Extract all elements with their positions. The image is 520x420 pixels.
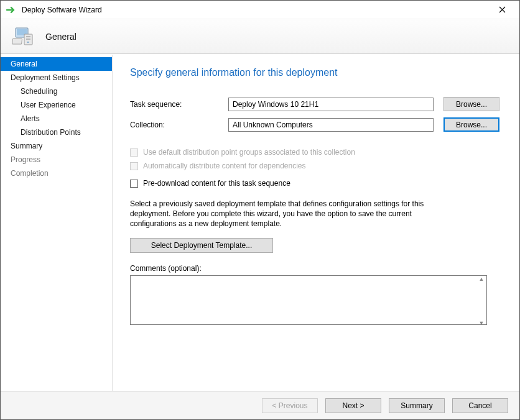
checkbox-icon bbox=[130, 162, 138, 170]
window-title: Deploy Software Wizard bbox=[22, 6, 490, 14]
sidebar-item-distribution-points[interactable]: Distribution Points bbox=[1, 126, 112, 139]
sidebar-item-general[interactable]: General bbox=[1, 57, 112, 71]
arrow-right-icon bbox=[6, 4, 17, 16]
checkbox-icon bbox=[130, 180, 138, 188]
cb-auto-distribute: Automatically distribute content for dep… bbox=[130, 162, 502, 170]
collection-row: Collection: Browse... bbox=[130, 117, 502, 132]
sidebar-item-progress[interactable]: Progress bbox=[1, 153, 112, 167]
collection-label: Collection: bbox=[130, 121, 228, 129]
collection-field[interactable] bbox=[228, 118, 434, 132]
sidebar-item-alerts[interactable]: Alerts bbox=[1, 112, 112, 126]
close-button[interactable] bbox=[490, 1, 514, 19]
task-sequence-label: Task sequence: bbox=[130, 100, 228, 109]
cb-predownload-label: Pre-download content for this task seque… bbox=[143, 179, 290, 188]
header-title: General bbox=[45, 32, 77, 42]
select-template-button[interactable]: Select Deployment Template... bbox=[130, 238, 273, 253]
svg-rect-6 bbox=[12, 39, 22, 44]
sidebar-item-summary[interactable]: Summary bbox=[1, 139, 112, 153]
sidebar-item-scheduling[interactable]: Scheduling bbox=[1, 84, 112, 98]
task-sequence-field[interactable] bbox=[228, 98, 434, 111]
task-sequence-row: Task sequence: Browse... bbox=[130, 97, 502, 111]
collection-browse-button[interactable]: Browse... bbox=[443, 117, 499, 132]
svg-point-5 bbox=[27, 41, 29, 43]
template-description: Select a previously saved deployment tem… bbox=[130, 199, 453, 229]
cb-default-dist-groups: Use default distribution point groups as… bbox=[130, 148, 502, 157]
computer-icon bbox=[12, 24, 37, 49]
sidebar-item-completion[interactable]: Completion bbox=[1, 167, 112, 180]
comments-textarea[interactable] bbox=[130, 275, 487, 325]
sidebar-item-user-experience[interactable]: User Experience bbox=[1, 98, 112, 112]
summary-button[interactable]: Summary bbox=[389, 398, 445, 413]
previous-button: < Previous bbox=[262, 398, 318, 413]
svg-rect-3 bbox=[26, 36, 30, 37]
content-heading: Specify general information for this dep… bbox=[130, 67, 502, 78]
sidebar-item-deployment-settings[interactable]: Deployment Settings bbox=[1, 71, 112, 84]
sidebar: GeneralDeployment SettingsSchedulingUser… bbox=[1, 55, 113, 391]
titlebar: Deploy Software Wizard bbox=[1, 1, 519, 19]
cancel-button[interactable]: Cancel bbox=[452, 398, 508, 413]
task-browse-button[interactable]: Browse... bbox=[443, 97, 499, 111]
cb-predownload[interactable]: Pre-download content for this task seque… bbox=[130, 179, 502, 188]
wizard-window: Deploy Software Wizard General GeneralDe… bbox=[0, 0, 520, 420]
body-area: GeneralDeployment SettingsSchedulingUser… bbox=[1, 55, 519, 391]
content-panel: Specify general information for this dep… bbox=[113, 55, 519, 391]
cb-auto-distribute-label: Automatically distribute content for dep… bbox=[143, 162, 306, 170]
checkbox-icon bbox=[130, 148, 138, 157]
footer-bar: < Previous Next > Summary Cancel bbox=[1, 391, 519, 419]
comments-label: Comments (optional): bbox=[130, 264, 502, 273]
svg-rect-4 bbox=[26, 39, 30, 40]
next-button[interactable]: Next > bbox=[325, 398, 381, 413]
header-panel: General bbox=[1, 19, 519, 54]
cb-default-dist-groups-label: Use default distribution point groups as… bbox=[143, 148, 355, 157]
